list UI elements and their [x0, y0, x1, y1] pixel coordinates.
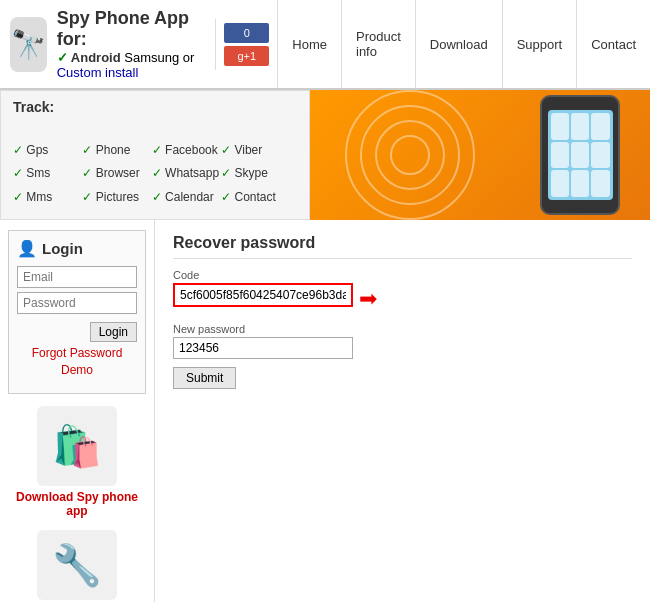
app-icon-8	[571, 170, 589, 197]
app-icon-4	[551, 142, 569, 169]
sidebar: 👤 Login Login Forgot Password Demo 🛍️ Do…	[0, 220, 155, 602]
arrow-icon: ➡	[359, 286, 377, 312]
user-icon: 👤	[17, 239, 37, 258]
logo-text: Spy Phone App for: Android Samsung or Cu…	[57, 8, 206, 80]
track-phone: Phone	[82, 143, 149, 164]
logo-area: 🔭 Spy Phone App for: Android Samsung or …	[0, 0, 215, 88]
trackbar-hero: Track: Gps Phone Facebook Viber Sms Brow…	[0, 90, 650, 220]
logo-icon: 🔭	[10, 17, 47, 72]
download-label[interactable]: Download Spy phone app	[8, 490, 146, 518]
nav-contact[interactable]: Contact	[576, 0, 650, 88]
track-items: Gps Phone Facebook Viber Sms Browser Wha…	[13, 143, 289, 211]
gplus-button[interactable]: g+1	[224, 46, 269, 66]
code-label: Code	[173, 269, 632, 281]
track-calendar: Calendar	[152, 190, 219, 211]
new-password-input[interactable]	[173, 337, 353, 359]
download-section: 🛍️ Download Spy phone app	[8, 406, 146, 518]
nav-support[interactable]: Support	[502, 0, 577, 88]
app-icon-5	[571, 142, 589, 169]
app-icon-1	[551, 113, 569, 140]
hero-banner	[310, 90, 650, 220]
nav-download[interactable]: Download	[415, 0, 502, 88]
app-icon-2	[571, 113, 589, 140]
track-whatsapp: Whatsapp	[152, 166, 219, 187]
track-contact: Contact	[221, 190, 288, 211]
app-title: Spy Phone App for:	[57, 8, 206, 50]
track-facebook: Facebook	[152, 143, 219, 164]
forgot-password-link[interactable]: Forgot Password	[17, 346, 137, 360]
logo-subtitle: Android Samsung or Custom install	[57, 50, 206, 80]
email-input[interactable]	[17, 266, 137, 288]
header: 🔭 Spy Phone App for: Android Samsung or …	[0, 0, 650, 90]
nav-home[interactable]: Home	[277, 0, 341, 88]
hero-circles	[350, 95, 470, 215]
track-bar: Track: Gps Phone Facebook Viber Sms Brow…	[0, 90, 310, 220]
track-gps: Gps	[13, 143, 80, 164]
app-icon-3	[591, 113, 609, 140]
custom-install-link[interactable]: Custom install	[57, 65, 139, 80]
android-label: Android	[57, 50, 121, 65]
track-browser: Browser	[82, 166, 149, 187]
main: 👤 Login Login Forgot Password Demo 🛍️ Do…	[0, 220, 650, 602]
nav: 0 g+1 Home Product info Download Support…	[215, 0, 650, 88]
track-title: Track:	[13, 99, 297, 137]
app-icon-6	[591, 142, 609, 169]
phone-shape	[540, 95, 620, 215]
track-pictures: Pictures	[82, 190, 149, 211]
social-buttons: 0 g+1	[215, 19, 277, 70]
nav-product-info[interactable]: Product info	[341, 0, 415, 88]
app-icon-7	[551, 170, 569, 197]
submit-button[interactable]: Submit	[173, 367, 236, 389]
circle-1	[390, 135, 430, 175]
track-viber: Viber	[221, 143, 288, 164]
custom-section: 🔧 Custom install	[8, 530, 146, 602]
password-input[interactable]	[17, 292, 137, 314]
login-button[interactable]: Login	[90, 322, 137, 342]
custom-tools-icon: 🔧	[37, 530, 117, 600]
app-icon-9	[591, 170, 609, 197]
track-sms: Sms	[13, 166, 80, 187]
new-password-label: New password	[173, 323, 632, 335]
login-title: 👤 Login	[17, 239, 137, 258]
login-box: 👤 Login Login Forgot Password Demo	[8, 230, 146, 394]
track-mms: Mms	[13, 190, 80, 211]
recover-password-title: Recover password	[173, 234, 632, 259]
demo-link[interactable]: Demo	[17, 363, 137, 377]
phone-screen	[548, 110, 613, 200]
track-skype: Skype	[221, 166, 288, 187]
like-button[interactable]: 0	[224, 23, 269, 43]
content-area: Recover password Code ➡ New password Sub…	[155, 220, 650, 602]
code-input[interactable]	[173, 283, 353, 307]
phone-image	[520, 90, 640, 220]
download-bag-icon: 🛍️	[37, 406, 117, 486]
samsung-link[interactable]: Samsung	[124, 50, 179, 65]
